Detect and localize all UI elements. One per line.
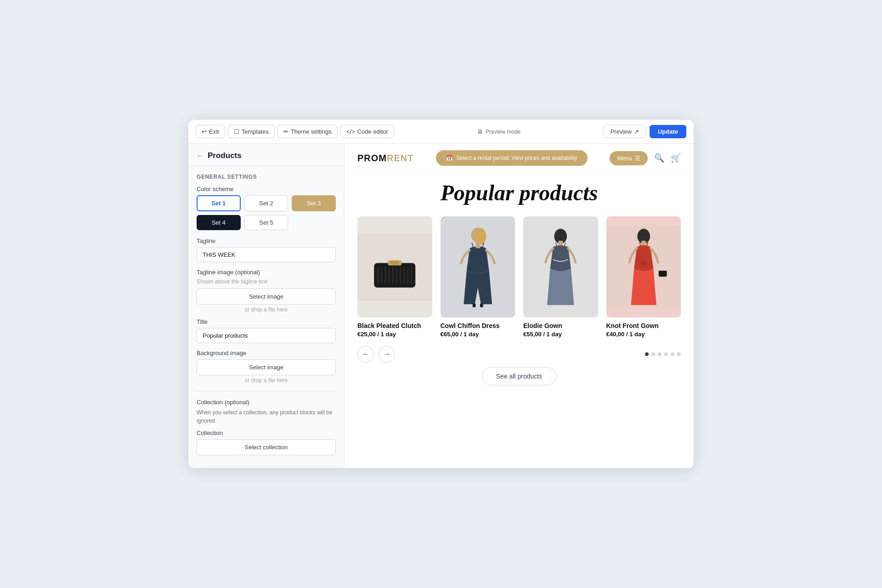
next-arrow-button[interactable]: →: [379, 346, 395, 362]
dot-4: [664, 352, 668, 356]
svg-rect-14: [390, 261, 400, 265]
see-all-products-button[interactable]: See all products: [482, 367, 556, 385]
cart-button[interactable]: 🛒: [671, 153, 681, 163]
dot-6: [677, 352, 681, 356]
products-grid: Black Pleated Clutch €25,00 / 1 day: [357, 216, 681, 338]
sidebar-page-title: Products: [208, 151, 242, 160]
store-logo: PROMRENT: [357, 153, 413, 164]
main-area: ← Products General settings Color scheme…: [188, 144, 694, 468]
select-collection-label: Select collection: [245, 444, 288, 451]
color-set-1[interactable]: Set 1: [197, 195, 241, 211]
top-bar: ↩ Exit ☐ Templates ✏ Theme settings </> …: [188, 120, 694, 144]
sidebar-header: ← Products: [188, 144, 344, 166]
svg-rect-21: [472, 304, 475, 307]
color-set-2[interactable]: Set 2: [244, 195, 288, 211]
product-price-value-3: €55,00: [523, 331, 542, 338]
theme-settings-button[interactable]: ✏ Theme settings: [277, 125, 338, 138]
collection-hint: When you select a collection, any produc…: [197, 408, 336, 425]
product-name-4: Knot Front Gown: [606, 322, 681, 329]
svg-rect-22: [480, 304, 483, 307]
top-bar-right: Preview ↗ Update: [604, 125, 686, 138]
products-title: Popular products: [357, 180, 681, 205]
title-input[interactable]: Popular products: [197, 328, 336, 343]
rental-period-button[interactable]: 📅 Select a rental period: View prices an…: [436, 150, 587, 166]
store-nav-right: Menu ☰ 🔍 🛒: [610, 151, 681, 165]
drop-hint-1: or drop a file here: [197, 306, 336, 313]
store-preview: PROMRENT 📅 Select a rental period: View …: [345, 144, 694, 468]
rental-btn-label: Select a rental period: View prices and …: [456, 155, 577, 161]
product-image-2: [441, 216, 515, 317]
sidebar: ← Products General settings Color scheme…: [188, 144, 345, 468]
hamburger-icon: ☰: [635, 155, 640, 162]
collection-optional-label: Collection (optional): [197, 399, 336, 406]
product-card-3[interactable]: Elodie Gown €55,00 / 1 day: [523, 216, 598, 338]
color-scheme-label: Color scheme: [197, 186, 336, 192]
product-price-value-1: €25,00: [357, 331, 376, 338]
product-image-4: [606, 216, 681, 317]
templates-button[interactable]: ☐ Templates: [228, 125, 275, 138]
svg-rect-36: [658, 271, 667, 277]
nav-arrows-left: ← →: [357, 346, 395, 362]
color-scheme-grid-row1: Set 1 Set 2 Set 3: [197, 195, 336, 211]
menu-button[interactable]: Menu ☰: [610, 151, 648, 165]
general-settings-section: General settings Color scheme Set 1 Set …: [188, 166, 344, 457]
exit-label: Exit: [209, 128, 219, 135]
exit-button[interactable]: ↩ Exit: [196, 125, 225, 138]
back-icon[interactable]: ←: [197, 152, 204, 160]
select-image-label-1: Select image: [249, 293, 283, 300]
product-price-1: €25,00 / 1 day: [357, 331, 432, 338]
prev-arrow-button[interactable]: ←: [357, 346, 374, 362]
product-image-3: [523, 216, 598, 317]
product-price-3: €55,00 / 1 day: [523, 331, 598, 338]
update-label: Update: [658, 128, 678, 135]
monitor-icon: 🖥: [477, 128, 483, 135]
tagline-image-label: Tagline image (optional): [197, 269, 336, 276]
update-button[interactable]: Update: [650, 125, 686, 138]
tagline-image-sublabel: Shown above the tagline text: [197, 278, 336, 285]
templates-label: Templates: [242, 128, 269, 135]
dot-2: [651, 352, 655, 356]
background-image-label: Background image: [197, 350, 336, 356]
tagline-input[interactable]: THIS WEEK: [197, 247, 336, 262]
select-collection-button[interactable]: Select collection: [197, 439, 336, 455]
product-name-1: Black Pleated Clutch: [357, 322, 432, 329]
search-button[interactable]: 🔍: [654, 153, 664, 163]
product-per-1: / 1 day: [377, 331, 396, 338]
product-price-value-4: €40,00: [606, 331, 625, 338]
code-editor-button[interactable]: </> Code editor: [340, 125, 394, 138]
preview-mode-label: Preview mode: [486, 129, 520, 135]
product-price-2: €65,00 / 1 day: [441, 331, 515, 338]
select-image-label-2: Select image: [249, 364, 283, 371]
preview-button[interactable]: Preview ↗: [604, 125, 646, 138]
product-card-1[interactable]: Black Pleated Clutch €25,00 / 1 day: [357, 216, 432, 338]
product-card-4[interactable]: Knot Front Gown €40,00 / 1 day: [606, 216, 681, 338]
product-price-value-2: €65,00: [441, 331, 459, 338]
general-settings-label: General settings: [197, 174, 336, 180]
color-set-4[interactable]: Set 4: [197, 215, 241, 230]
product-card-2[interactable]: Cowl Chiffon Dress €65,00 / 1 day: [441, 216, 515, 338]
products-section: Popular products: [345, 173, 694, 398]
top-bar-center: 🖥 Preview mode: [398, 128, 600, 135]
product-price-4: €40,00 / 1 day: [606, 331, 681, 338]
menu-label: Menu: [617, 155, 632, 162]
top-bar-left: ↩ Exit ☐ Templates ✏ Theme settings </> …: [196, 125, 394, 138]
product-name-2: Cowl Chiffon Dress: [441, 322, 515, 329]
dot-5: [671, 352, 674, 356]
dot-1: [645, 352, 649, 356]
select-image-button-1[interactable]: Select image: [197, 288, 336, 305]
exit-icon: ↩: [202, 128, 207, 135]
color-set-3[interactable]: Set 3: [292, 195, 336, 211]
product-per-3: / 1 day: [543, 331, 561, 338]
cart-icon: 🛒: [671, 153, 681, 163]
brush-icon: ✏: [283, 128, 288, 135]
code-editor-label: Code editor: [357, 128, 388, 135]
color-scheme-grid-row2: Set 4 Set 5: [197, 215, 336, 230]
file-icon: ☐: [234, 128, 239, 135]
store-nav: PROMRENT 📅 Select a rental period: View …: [345, 144, 694, 173]
see-all-label: See all products: [496, 373, 542, 380]
preview-label: Preview: [611, 128, 632, 135]
preview-area: PROMRENT 📅 Select a rental period: View …: [345, 144, 694, 468]
select-image-button-2[interactable]: Select image: [197, 359, 336, 375]
color-set-5[interactable]: Set 5: [244, 215, 288, 230]
search-icon: 🔍: [654, 153, 664, 163]
